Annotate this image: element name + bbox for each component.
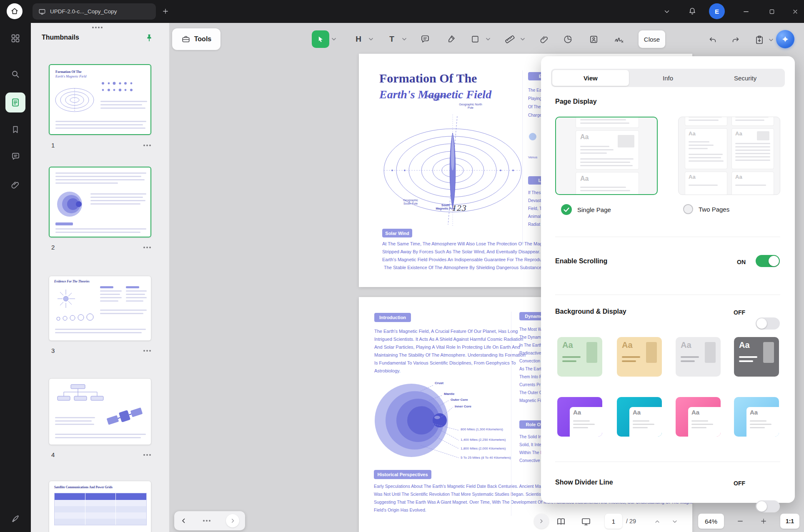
sidebar-item-thumbnails[interactable] (5, 92, 25, 112)
highlighter-tool-button[interactable] (443, 31, 459, 47)
page-number-box[interactable] (605, 514, 622, 529)
theme-swatch-pink[interactable]: Aa (676, 397, 721, 437)
show-divider-toggle[interactable] (756, 500, 780, 512)
thumbnail-page-2[interactable] (49, 167, 151, 237)
preview-aa-text: Aa (689, 130, 696, 137)
thumbnail-more-button[interactable] (143, 145, 151, 146)
tab-info[interactable]: Info (630, 70, 706, 86)
attach-tool-button[interactable] (536, 31, 553, 47)
panel-tabs: View Info Security (551, 69, 785, 87)
theme-swatch-sky[interactable]: Aa (734, 397, 779, 437)
deco-line (750, 424, 771, 425)
undo-button[interactable] (706, 33, 719, 47)
chevron-down-icon (663, 8, 671, 15)
background-swatch-dark-gray[interactable]: Aa (734, 337, 779, 377)
stamp-tool-button[interactable] (585, 31, 602, 47)
search-button[interactable] (6, 65, 25, 83)
comments-button[interactable] (6, 147, 25, 165)
prev-page-button[interactable] (651, 516, 663, 527)
heading-tool-button[interactable]: H (351, 31, 366, 47)
presentation-button[interactable] (579, 514, 594, 529)
two-pages-option[interactable]: Two Pages (683, 204, 729, 214)
thumbnail-more-button[interactable] (143, 454, 151, 456)
background-swatch-light-gray[interactable]: Aa (676, 337, 721, 377)
thumbnail-page-5[interactable]: Satellite Communications And Power Grids (49, 481, 151, 532)
hist-line: Early Speculations About The Earth's Mag… (374, 484, 568, 489)
text-tool-button[interactable]: T (384, 31, 399, 47)
page-nav-more-button[interactable] (203, 520, 210, 522)
thumbnail-more-button[interactable] (143, 350, 151, 352)
background-swatch-sepia[interactable]: Aa (617, 337, 662, 377)
shapes-tool-button[interactable] (467, 31, 483, 47)
next-page-chevron-button[interactable] (226, 514, 239, 527)
deco-line (735, 156, 770, 157)
shapes-tool-chevron-icon[interactable] (486, 37, 491, 42)
zoom-in-button[interactable] (758, 515, 769, 527)
new-tab-button[interactable] (159, 5, 172, 17)
panel-collapse-button[interactable] (534, 514, 549, 529)
preview-image-block (757, 131, 769, 140)
background-swatch-green[interactable]: Aa (557, 337, 602, 377)
enable-scrolling-toggle[interactable] (756, 255, 780, 267)
apps-grid-button[interactable] (6, 29, 25, 47)
page-display-two-card[interactable]: Aa Aa Aa Aa (678, 117, 780, 195)
thumbnail-page-1[interactable]: Formation Of The Earth's Magnetic Field (49, 64, 151, 135)
bookmarks-button[interactable] (6, 120, 25, 139)
measure-tool-button[interactable] (501, 31, 518, 47)
maximize-button[interactable] (766, 6, 778, 17)
thumbnail-number: 3 (51, 347, 55, 354)
redo-button[interactable] (729, 33, 742, 47)
actual-size-button[interactable]: 1:1 (780, 514, 799, 529)
panel-drag-handle[interactable] (92, 27, 103, 28)
comment-tool-button[interactable] (417, 31, 433, 47)
sticker-tool-button[interactable] (559, 31, 576, 47)
signature-tool-button[interactable] (611, 31, 627, 47)
attachments-button[interactable] (6, 175, 25, 194)
titlebar-dropdown-button[interactable] (661, 6, 673, 17)
tab-view[interactable]: View (552, 70, 629, 86)
toggle-knob (769, 256, 779, 266)
cursor-icon (316, 35, 325, 43)
deco-line (580, 165, 633, 166)
zoom-level-box[interactable]: 64% (698, 514, 724, 529)
theme-swatch-purple[interactable]: Aa (557, 397, 602, 437)
page-display-single-card[interactable]: Aa Aa (555, 117, 658, 195)
text-tool-chevron-icon[interactable] (402, 37, 407, 42)
prev-page-chevron-icon[interactable] (180, 517, 188, 525)
background-display-toggle[interactable] (756, 317, 780, 330)
next-page-button[interactable] (669, 516, 681, 527)
close-tools-button[interactable]: Close (639, 30, 665, 48)
core-measure: 1,800 Miles (2,000 Kilometers) (461, 447, 506, 450)
sign-tool-button[interactable] (6, 510, 25, 528)
page-number-input[interactable] (606, 518, 621, 525)
thumbnail-more-button[interactable] (143, 247, 151, 248)
home-button[interactable] (7, 3, 23, 19)
redo-icon (731, 35, 740, 45)
measure-tool-chevron-icon[interactable] (520, 37, 525, 42)
panel-divider (555, 295, 780, 295)
select-tool-chevron-icon[interactable] (331, 37, 336, 42)
thumbnail-page-4[interactable] (49, 378, 151, 445)
zoom-out-button[interactable] (734, 515, 746, 527)
deco-line (90, 203, 140, 205)
theme-swatch-teal[interactable]: Aa (617, 397, 662, 437)
document-tab[interactable]: UPDF-2.0-c..._Copy_Copy (33, 3, 156, 20)
single-page-option[interactable]: Single Page (561, 204, 611, 215)
thumbnail-page-3[interactable]: Evidence For The Theories (49, 276, 151, 341)
pin-panel-button[interactable] (143, 31, 156, 45)
minimize-button[interactable] (740, 6, 752, 17)
heading-tool-chevron-icon[interactable] (368, 37, 373, 42)
ruler-icon (505, 34, 515, 44)
ai-assistant-button[interactable] (776, 30, 794, 48)
hist-line: Was Not Until The Scientific Revolution … (374, 492, 567, 497)
avatar[interactable]: E (709, 3, 725, 19)
tools-button[interactable]: Tools (172, 28, 220, 50)
save-chevron-icon[interactable] (769, 37, 774, 42)
thumbnail-number: 2 (51, 244, 55, 251)
close-window-button[interactable] (789, 6, 801, 17)
tab-security[interactable]: Security (707, 70, 784, 86)
notifications-button[interactable] (686, 5, 699, 17)
select-tool-button[interactable] (312, 30, 329, 48)
reader-view-button[interactable] (554, 514, 569, 529)
save-button[interactable] (753, 32, 766, 47)
